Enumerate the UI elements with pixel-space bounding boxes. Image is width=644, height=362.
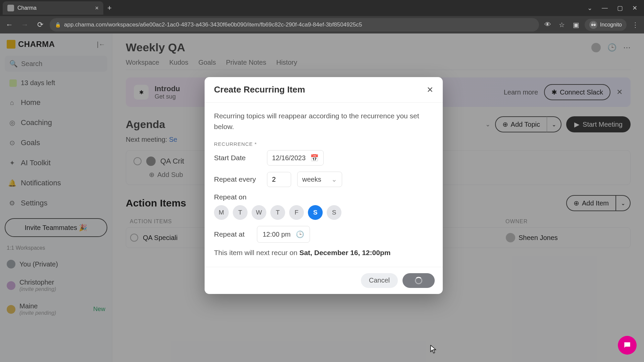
day-sun[interactable]: S bbox=[327, 205, 341, 220]
modal-description: Recurring topics will reappear according… bbox=[214, 111, 433, 132]
url-text: app.charma.com/workspaces/a6e00ac2-1ac0-… bbox=[64, 21, 362, 28]
loading-spinner-icon bbox=[415, 277, 422, 284]
browser-tab[interactable]: Charma × bbox=[3, 1, 103, 15]
day-fri[interactable]: F bbox=[289, 205, 304, 220]
reload-button[interactable]: ⟳ bbox=[34, 20, 46, 29]
window-controls: ⌄ — ▢ ✕ bbox=[587, 4, 641, 12]
browser-tab-strip: Charma × + ⌄ — ▢ ✕ bbox=[0, 0, 644, 16]
maximize-icon[interactable]: ▢ bbox=[617, 4, 623, 12]
eye-off-icon[interactable]: 👁 bbox=[542, 21, 553, 28]
new-tab-button[interactable]: + bbox=[103, 4, 116, 12]
repeat-unit-value: weeks bbox=[302, 176, 321, 183]
day-sat[interactable]: S bbox=[308, 205, 323, 220]
recurrence-summary: This item will next recur on Sat, Decemb… bbox=[214, 249, 433, 257]
chevron-down-icon: ⌄ bbox=[331, 175, 337, 183]
calendar-icon: 📅 bbox=[310, 154, 319, 162]
submit-button[interactable] bbox=[402, 273, 435, 288]
repeat-on-label: Repeat on bbox=[214, 193, 247, 201]
intercom-help-button[interactable] bbox=[618, 336, 637, 355]
start-date-input[interactable]: 12/16/2023 📅 bbox=[267, 150, 324, 166]
summary-date: Sat, December 16, 12:00pm bbox=[299, 249, 390, 256]
star-icon[interactable]: ☆ bbox=[556, 21, 567, 29]
start-date-value: 12/16/2023 bbox=[272, 154, 306, 162]
favicon bbox=[7, 5, 14, 11]
window-close-icon[interactable]: ✕ bbox=[632, 4, 637, 12]
chevron-down-icon[interactable]: ⌄ bbox=[587, 4, 592, 12]
incognito-icon: 🕶 bbox=[589, 21, 597, 29]
browser-toolbar: ← → ⟳ 🔒 app.charma.com/workspaces/a6e00a… bbox=[0, 16, 644, 34]
repeat-unit-select[interactable]: weeks ⌄ bbox=[297, 172, 342, 187]
cancel-button[interactable]: Cancel bbox=[361, 273, 398, 288]
modal-title: Create Recurring Item bbox=[214, 84, 305, 95]
repeat-at-value: 12:00 pm bbox=[263, 231, 290, 238]
forward-button[interactable]: → bbox=[19, 20, 31, 29]
day-thu[interactable]: T bbox=[270, 205, 285, 220]
lock-icon: 🔒 bbox=[55, 22, 61, 27]
weekday-selector: M T W T F S S bbox=[214, 205, 341, 220]
incognito-chip[interactable]: 🕶 Incognito bbox=[585, 19, 627, 31]
start-date-label: Start Date bbox=[214, 154, 261, 162]
back-button[interactable]: ← bbox=[3, 20, 15, 29]
repeat-every-input[interactable] bbox=[267, 172, 291, 187]
repeat-at-label: Repeat at bbox=[214, 230, 251, 238]
incognito-label: Incognito bbox=[600, 22, 622, 28]
day-mon[interactable]: M bbox=[214, 205, 229, 220]
app-viewport: CHARMA |← 🔍 Search 13 days left ⌂Home ◎C… bbox=[0, 34, 644, 362]
menu-icon[interactable]: ⋮ bbox=[630, 21, 641, 29]
tab-close-icon[interactable]: × bbox=[95, 5, 99, 12]
recurring-item-modal: Create Recurring Item ✕ Recurring topics… bbox=[205, 77, 443, 294]
extensions-icon[interactable]: ▣ bbox=[571, 21, 581, 29]
modal-close-icon[interactable]: ✕ bbox=[427, 85, 433, 95]
address-bar[interactable]: 🔒 app.charma.com/workspaces/a6e00ac2-1ac… bbox=[50, 18, 539, 32]
clock-icon: 🕒 bbox=[296, 230, 304, 238]
summary-prefix: This item will next recur on bbox=[214, 249, 299, 256]
repeat-every-label: Repeat every bbox=[214, 175, 261, 183]
repeat-at-input[interactable]: 12:00 pm 🕒 bbox=[257, 226, 310, 243]
tab-title: Charma bbox=[17, 5, 37, 11]
day-tue[interactable]: T bbox=[233, 205, 248, 220]
minimize-icon[interactable]: — bbox=[602, 4, 608, 12]
day-wed[interactable]: W bbox=[252, 205, 266, 220]
recurrence-label: RECURRENCE * bbox=[214, 141, 433, 147]
